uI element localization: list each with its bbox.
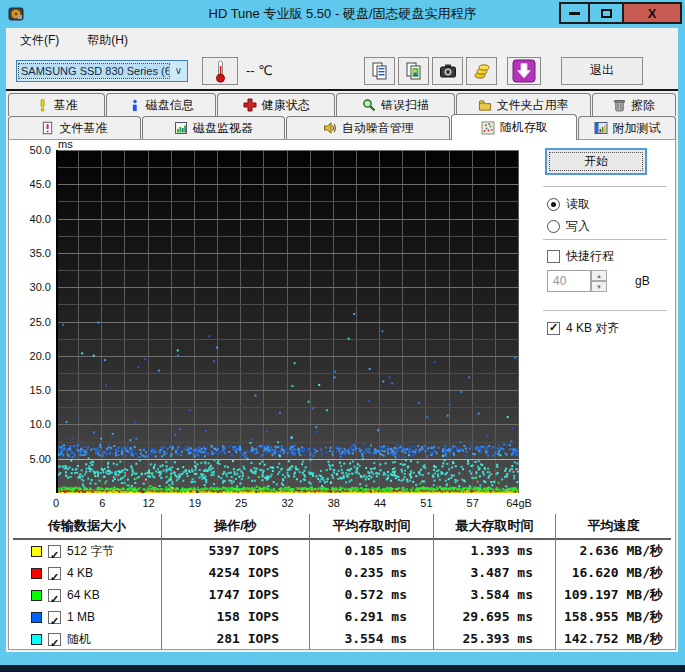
series-label: 1 MB: [67, 606, 95, 628]
x-tick-label: 38: [328, 497, 340, 509]
y-tick-label: 10.0: [11, 418, 51, 430]
series-visible-checkbox[interactable]: [48, 633, 61, 646]
table-cell: 29.695 ms: [433, 606, 555, 628]
coins-icon: [472, 61, 492, 81]
x-tick-label: 6: [99, 497, 105, 509]
short-stroke-option[interactable]: 快捷行程: [547, 248, 614, 265]
thermometer-icon: [214, 59, 227, 83]
tab-error-scan[interactable]: 错误扫描: [336, 93, 454, 116]
x-tick-label: 32: [281, 497, 293, 509]
table-cell: 2.636 MB/秒: [555, 540, 671, 562]
tab-erase[interactable]: 擦除: [592, 93, 676, 116]
table-cell: 0.235 ms: [309, 562, 433, 584]
table-cell: 0.185 ms: [309, 540, 433, 562]
file-benchmark-icon: [41, 121, 54, 135]
x-tick-label: 64gB: [506, 497, 532, 509]
col-header-speed: 平均速度: [555, 514, 671, 540]
y-tick-label: 50.0: [11, 144, 51, 156]
series-color-swatch: [31, 634, 42, 645]
table-row-legend: 64 KB: [13, 584, 161, 606]
results-table: 传输数据大小 操作/秒 平均存取时间 最大存取时间 平均速度 512 字节 53…: [13, 514, 671, 650]
table-cell: 142.752 MB/秒: [555, 628, 671, 650]
tab-strip: 基准 磁盘信息 健康状态 错误扫描 文件夹占用率: [6, 91, 678, 139]
short-stroke-size-input[interactable]: 40: [547, 270, 591, 292]
tab-benchmark[interactable]: 基准: [8, 93, 105, 116]
trash-icon: [613, 98, 626, 112]
exit-button[interactable]: 退出: [561, 57, 643, 85]
menu-file[interactable]: 文件(F): [16, 30, 63, 51]
tab-disk-monitor[interactable]: 磁盘监视器: [142, 116, 285, 139]
series-visible-checkbox[interactable]: [48, 567, 61, 580]
close-icon: X: [648, 6, 657, 21]
tab-aam[interactable]: 自动噪音管理: [286, 116, 450, 139]
spinner-up-button[interactable]: ▲: [591, 270, 607, 281]
copy-text-button[interactable]: [364, 57, 395, 85]
speaker-icon: [323, 121, 337, 135]
series-visible-checkbox[interactable]: [48, 611, 61, 624]
tab-disk-info[interactable]: 磁盘信息: [106, 93, 216, 116]
random-access-panel: ms 50.045.040.035.030.025.020.015.010.05…: [8, 139, 676, 650]
tab-file-benchmark[interactable]: 文件基准: [8, 116, 141, 139]
series-label: 4 KB: [67, 562, 93, 584]
tab-extra-tests[interactable]: 附加测试: [578, 116, 676, 139]
download-arrow-icon: [512, 59, 536, 83]
table-row-legend: 随机: [13, 628, 161, 650]
y-tick-label: 25.0: [11, 316, 51, 328]
short-stroke-unit-label: gB: [635, 274, 650, 288]
series-visible-checkbox[interactable]: [48, 545, 61, 558]
write-radio[interactable]: [547, 220, 560, 233]
maximize-button[interactable]: [588, 2, 624, 24]
y-tick-label: 40.0: [11, 213, 51, 225]
temperature-unit: ℃: [258, 63, 273, 78]
info-icon: [129, 99, 141, 112]
copy-image-button[interactable]: [398, 57, 429, 85]
y-tick-label: 30.0: [11, 281, 51, 293]
spinner-down-button[interactable]: ▼: [591, 281, 607, 292]
table-cell: 0.572 ms: [309, 584, 433, 606]
series-visible-checkbox[interactable]: [48, 589, 61, 602]
drive-select[interactable]: SAMSUNG SSD 830 Series (64 gB) ∨: [16, 60, 188, 82]
health-cross-icon: [243, 98, 257, 112]
camera-icon: [438, 61, 458, 81]
menu-help[interactable]: 帮助(H): [83, 30, 132, 51]
table-row-legend: 4 KB: [13, 562, 161, 584]
x-tick-label: 57: [467, 497, 479, 509]
align-4kb-option[interactable]: 4 KB 对齐: [547, 320, 619, 337]
update-button[interactable]: [507, 57, 541, 85]
table-cell: 1.393 ms: [433, 540, 555, 562]
temperature-readout: -- ℃: [246, 63, 292, 78]
start-button[interactable]: 开始: [545, 148, 647, 175]
table-cell: 3.554 ms: [309, 628, 433, 650]
x-tick-label: 44: [374, 497, 386, 509]
align-4kb-label: 4 KB 对齐: [566, 320, 619, 337]
short-stroke-size: 40 ▲ ▼ gB: [547, 270, 650, 292]
series-color-swatch: [31, 590, 42, 601]
temperature-button[interactable]: [202, 57, 238, 85]
tab-folder-usage[interactable]: 文件夹占用率: [456, 93, 591, 116]
close-button[interactable]: X: [622, 2, 682, 24]
align-4kb-checkbox[interactable]: [547, 322, 560, 335]
table-cell: 4254 IOPS: [161, 562, 309, 584]
read-radio[interactable]: [547, 198, 560, 211]
tab-random-access[interactable]: 随机存取: [451, 114, 577, 140]
read-mode-option[interactable]: 读取: [547, 196, 590, 213]
app-window: HD Tune 专业版 5.50 - 硬盘/固态硬盘实用程序 X 文件(F) 帮…: [0, 0, 685, 672]
write-mode-option[interactable]: 写入: [547, 218, 590, 235]
title-bar[interactable]: HD Tune 专业版 5.50 - 硬盘/固态硬盘实用程序 X: [0, 0, 685, 28]
table-cell: 158.955 MB/秒: [555, 606, 671, 628]
minimize-button[interactable]: [559, 2, 590, 24]
chevron-down-icon[interactable]: ∨: [169, 65, 187, 76]
x-tick-label: 51: [420, 497, 432, 509]
x-tick-label: 19: [189, 497, 201, 509]
screenshot-button[interactable]: [432, 57, 463, 85]
table-row-legend: 512 字节: [13, 540, 161, 562]
menu-bar: 文件(F) 帮助(H): [6, 28, 678, 52]
purchase-button[interactable]: [466, 57, 497, 85]
short-stroke-checkbox[interactable]: [547, 250, 560, 263]
extra-tests-icon: [594, 121, 608, 135]
table-cell: 16.620 MB/秒: [555, 562, 671, 584]
access-time-scatter-chart: [56, 150, 519, 493]
series-color-swatch: [31, 546, 42, 557]
tab-health[interactable]: 健康状态: [217, 93, 335, 116]
folder-icon: [478, 99, 492, 112]
